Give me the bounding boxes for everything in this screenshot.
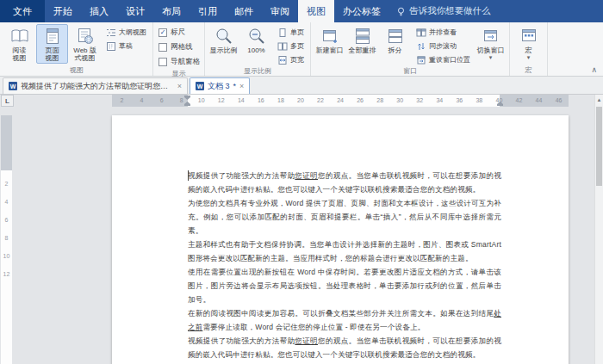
document-text[interactable]: 视频提供了功能强大的方法帮助您证明您的观点。当您单击联机视频时，可以在想要添加的… [188,169,501,364]
tab-office-tab[interactable]: 办公标签 [334,0,389,22]
read-mode-button[interactable]: 阅读视图 [3,24,35,64]
switch-windows-button[interactable]: 切换窗口 ▾ [475,24,507,64]
group-label-show: 显示 [156,68,202,79]
paragraph: 视频提供了功能强大的方法帮助您证明您的观点。当您单击联机视频时，可以在想要添加的… [188,334,501,361]
checkbox-icon: ✓ [159,58,167,66]
draft-view-icon [106,41,116,52]
sync-scroll-icon [416,41,426,52]
web-layout-icon [76,27,95,46]
multiple-pages-button[interactable]: 多页 [276,40,306,52]
tab-mailings[interactable]: 邮件 [226,0,262,22]
one-page-button[interactable]: 单页 [276,27,306,38]
document-tab-1[interactable]: W 视频提供了功能强大的方法帮助您证明您的观点.docx × [3,77,188,94]
modified-indicator: * [233,82,237,90]
word-doc-icon: W [196,82,204,90]
tab-insert[interactable]: 插入 [81,0,117,22]
lightbulb-icon [396,7,406,16]
print-layout-button[interactable]: 页面视图 [36,24,68,64]
word-doc-icon: W [9,82,17,90]
ribbon: 阅读视图 页面视图 Web 版式视图 大纲视图 [0,22,603,77]
group-zoom: 显示比例 100% 单页 多页 [205,22,311,76]
dropdown-arrow-icon: ▾ [489,55,493,60]
zoom-icon [214,27,233,46]
view-side-by-side-button[interactable]: 并排查看 [414,27,472,38]
one-page-icon [277,28,288,38]
document-tab-bar: W 视频提供了功能强大的方法帮助您证明您的观点.docx × W 文档 3 * … [0,77,603,95]
outline-view-icon [106,28,116,38]
paragraph: 在新的阅读视图中阅读更加容易。可以折叠文档某些部分并关注所需文本。如果在达到结尾… [188,306,501,334]
group-label-macros: 宏 [513,65,544,76]
navigation-pane-checkbox[interactable]: ✓ 导航窗格 [159,56,200,68]
multiple-pages-icon [277,41,288,52]
vertical-ruler: 24681012 [1,115,12,364]
zoom-100-icon [247,27,266,46]
group-label-views: 视图 [3,65,150,76]
page-width-button[interactable]: 页宽 [276,54,306,65]
reset-position-icon [416,55,426,65]
split-button[interactable]: 拆分 [379,24,411,64]
text-cursor [188,170,189,181]
horizontal-ruler: 2468101214161820222426283032343638404244… [112,95,569,107]
macros-icon [519,27,538,46]
group-views: 阅读视图 页面视图 Web 版式视图 大纲视图 [1,22,153,76]
document-page[interactable]: 视频提供了功能强大的方法帮助您证明您的观点。当您单击联机视频时，可以在想要添加的… [112,115,569,364]
tab-file[interactable]: 文件 [0,0,45,22]
tell-me-box[interactable]: 告诉我你想要做什么 [396,0,491,22]
dropdown-arrow-icon: ▾ [527,55,531,60]
page-width-icon [277,55,288,65]
new-window-button[interactable]: 新建窗口 [314,24,345,64]
vertical-scrollbar[interactable]: ▲ [594,95,603,364]
zoom-button[interactable]: 显示比例 [208,24,239,64]
ruler-checkbox[interactable]: ✓ 标尺 [159,27,200,39]
split-icon [386,27,405,46]
paragraph: 主题和样式也有助于文档保持协调。当您单击设计并选择新的主题时，图片、图表或 Sm… [188,238,501,265]
arrange-all-button[interactable]: 全部重排 [346,24,378,64]
print-layout-icon [43,27,62,46]
collapse-ribbon-button[interactable]: ∧ [591,65,597,74]
group-macros: 宏 ▾ 宏 [510,22,548,76]
tab-home[interactable]: 开始 [45,0,81,22]
tab-review[interactable]: 审阅 [262,0,298,22]
synchronous-scrolling-button[interactable]: 同步滚动 [414,40,472,52]
ribbon-tab-bar: 文件 开始 插入 设计 布局 引用 邮件 审阅 视图 办公标签 告诉我你想要做什… [0,0,603,22]
reading-view-icon [10,27,29,46]
zoom-100-button[interactable]: 100% [240,24,272,64]
group-show: ✓ 标尺 ✓ 网格线 ✓ 导航窗格 显示 [153,22,205,76]
checkbox-icon: ✓ [159,28,167,37]
paragraph: 视频提供了功能强大的方法帮助您证明您的观点。当您单击联机视频时，可以在想要添加的… [188,169,501,196]
tab-stop-selector[interactable]: L [1,95,14,107]
document-tab-2[interactable]: W 文档 3 * × [190,77,250,94]
group-label-zoom: 显示比例 [208,65,308,77]
tab-references[interactable]: 引用 [190,0,226,22]
new-window-icon [320,27,339,46]
scroll-up-icon[interactable]: ▲ [595,95,603,105]
tab-design[interactable]: 设计 [117,0,153,22]
outline-view-button[interactable]: 大纲视图 [104,27,148,38]
scrollbar-thumb[interactable] [596,107,602,186]
draft-view-button[interactable]: 草稿 [104,40,148,52]
switch-windows-icon [482,27,500,46]
close-icon[interactable]: × [239,83,244,90]
arrange-all-icon [353,27,372,46]
macros-button[interactable]: 宏 ▾ [513,24,544,64]
web-layout-button[interactable]: Web 版式视图 [69,24,101,64]
document-workspace: L 24681012141618202224262830323436384042… [0,95,603,364]
checkbox-icon: ✓ [159,43,167,52]
reset-window-position-button[interactable]: 重设窗口位置 [414,54,472,65]
paragraph: 使用在需要位置出现的新按钮在 Word 中保存时间。若要更改图片适应文档的方式，… [188,265,501,306]
close-icon[interactable]: × [177,83,182,90]
group-window: 新建窗口 全部重排 拆分 并排查看 [311,22,510,76]
group-label-window: 窗口 [314,65,507,77]
gridlines-checkbox[interactable]: ✓ 网格线 [159,41,200,53]
tab-layout[interactable]: 布局 [153,0,190,22]
side-by-side-icon [416,28,426,38]
tab-view[interactable]: 视图 [298,0,334,22]
paragraph: 为使您的文档具有专业外观，Word 提供了页眉、页脚、封面和文本框设计，这些设计… [188,196,501,238]
